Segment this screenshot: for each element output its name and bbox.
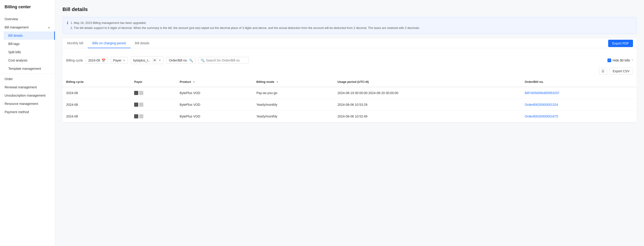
cell-usage-period: 2024-08-06 10:52:49 (334, 111, 521, 122)
tab-bill-details[interactable]: Bill details (130, 38, 154, 48)
payer-dropdown-icon: ▼ (159, 59, 161, 62)
payer-select[interactable]: Payer ▼ (111, 57, 128, 64)
col-order-bill-no: Order/Bill no. (521, 77, 637, 87)
cell-product: BytePlus VOD (176, 87, 253, 99)
cell-order-bill-no[interactable]: Bill74050090485953337 (521, 87, 637, 99)
cell-product: BytePlus VOD (176, 99, 253, 111)
cell-order-bill-no[interactable]: Order80020000001675 (521, 111, 637, 122)
col-usage-period: Usage period (UTC+8) (334, 77, 521, 87)
chevron-down-icon: ▼ (123, 59, 126, 62)
chevron-up-icon: ▲ (48, 26, 50, 29)
sidebar-item-bill-tags[interactable]: Bill tags (4, 40, 55, 48)
order-bill-link[interactable]: Order80020000001675 (525, 115, 558, 118)
sidebar-divider (0, 74, 55, 74)
tab-bills-on-charging-period[interactable]: Bills on charging period (88, 38, 130, 48)
avatar-light (139, 114, 143, 118)
filter-row: Billing cycle 2024-08 📅 Payer ▼ byteplus… (62, 53, 637, 68)
sidebar-sub-bill-management: Bill details Bill tags Split bills Cost … (0, 31, 55, 73)
billing-cycle-label: Billing cycle (66, 58, 83, 62)
payer-tag-value: byteplus_t... (133, 58, 151, 62)
table-row: 2024-08BytePlus VODPay-as-you-go2024-08-… (62, 87, 637, 99)
info-text: 1. May 18, 2023 Billing management has b… (70, 20, 420, 30)
cell-billing-mode: Yearly/monthly (253, 111, 334, 122)
sidebar-item-overview[interactable]: Overview (0, 15, 55, 23)
help-icon[interactable]: ? (631, 59, 633, 62)
col-billing-mode: Billing mode ▼ (253, 77, 334, 87)
avatar-dark (134, 91, 138, 95)
avatar-light (139, 91, 143, 95)
sidebar-group-bill-management[interactable]: Bill management ▲ (0, 23, 55, 31)
order-bill-link[interactable]: Order80020000001324 (525, 103, 558, 106)
cell-order-bill-no[interactable]: Order80020000001324 (521, 99, 637, 111)
sidebar-item-resource-management[interactable]: Resource management (0, 100, 55, 108)
page-title: Bill details (62, 6, 637, 12)
payer-avatars (134, 114, 172, 118)
billing-cycle-value: 2024-08 (88, 58, 100, 62)
order-bill-select[interactable]: Order/Bill no. 🔍 (166, 57, 196, 64)
cell-payer (130, 99, 176, 111)
col-billing-cycle: Billing cycle (62, 77, 130, 87)
table-container: Billing cycle Payer Product ▼ Billing mo… (62, 77, 637, 122)
search-box[interactable]: 🔍 (198, 57, 249, 64)
columns-icon: ☰ (602, 69, 604, 73)
cell-product: BytePlus VOD (176, 111, 253, 122)
tabs-row: Monthly bill Bills on charging period Bi… (62, 38, 637, 48)
tab-monthly-bill[interactable]: Monthly bill (62, 38, 88, 48)
export-pdf-button[interactable]: Export PDF (608, 40, 633, 47)
table-header-row: Billing cycle Payer Product ▼ Billing mo… (62, 77, 637, 87)
payer-avatars (134, 103, 172, 107)
columns-button[interactable]: ☰ (599, 68, 607, 75)
payer-tag-close[interactable]: ✕ (152, 58, 157, 62)
col-product-label: Product (180, 80, 191, 83)
cell-payer (130, 111, 176, 122)
col-billing-mode-label: Billing mode (256, 80, 274, 83)
info-banner: ℹ 1. May 18, 2023 Billing management has… (62, 17, 637, 34)
order-bill-link[interactable]: Bill74050090485953337 (525, 91, 560, 95)
sidebar-item-unsubscription-management[interactable]: Unsubscription management (0, 91, 55, 100)
info-icon: ℹ (67, 21, 68, 30)
product-filter-icon[interactable]: ▼ (193, 81, 195, 83)
tabs: Monthly bill Bills on charging period Bi… (62, 38, 154, 48)
search-input[interactable] (206, 58, 246, 62)
cell-billing-mode: Yearly/monthly (253, 99, 334, 111)
hide-zero-label: Hide $0 bills (612, 58, 630, 62)
main-content: Bill details ℹ 1. May 18, 2023 Billing m… (55, 0, 644, 246)
cell-billing-cycle: 2024-08 (62, 87, 130, 99)
avatar-dark (134, 114, 138, 118)
sidebar-item-payment-method[interactable]: Payment method (0, 108, 55, 116)
sidebar-item-cost-analysis[interactable]: Cost analysis (4, 56, 55, 64)
bill-management-label: Bill management (4, 25, 28, 29)
sidebar-item-split-bills[interactable]: Split bills (4, 48, 55, 56)
info-line2: 2. The bill details support to 6 digits … (70, 25, 420, 30)
cell-payer (130, 87, 176, 99)
sidebar-item-renewal-management[interactable]: Renewal management (0, 83, 55, 91)
hide-zero-checkbox[interactable]: ✓ (608, 58, 611, 62)
search-icon-inner: 🔍 (201, 58, 205, 62)
sidebar-item-bill-details[interactable]: Bill details (4, 31, 55, 40)
billing-cycle-input[interactable]: 2024-08 📅 (86, 57, 108, 64)
hide-zero-container: ✓ Hide $0 bills ? (608, 58, 633, 62)
sidebar-item-template-management[interactable]: Template management (4, 64, 55, 73)
col-product: Product ▼ (176, 77, 253, 87)
table-head: Billing cycle Payer Product ▼ Billing mo… (62, 77, 637, 87)
col-payer: Payer (130, 77, 176, 87)
sidebar-item-order[interactable]: Order (0, 75, 55, 83)
payer-avatars (134, 91, 172, 95)
table-row: 2024-08BytePlus VODYearly/monthly2024-08… (62, 99, 637, 111)
table-row: 2024-08BytePlus VODYearly/monthly2024-08… (62, 111, 637, 122)
search-icon: 🔍 (189, 58, 193, 62)
cell-billing-cycle: 2024-08 (62, 99, 130, 111)
cell-billing-mode: Pay-as-you-go (253, 87, 334, 99)
calendar-icon: 📅 (102, 58, 106, 62)
avatar-dark (134, 103, 138, 107)
sidebar-title: Billing center (0, 4, 55, 15)
info-line1: 1. May 18, 2023 Billing management has b… (70, 20, 420, 25)
billing-mode-filter-icon[interactable]: ▼ (276, 81, 278, 83)
export-csv-button[interactable]: Export CSV (609, 68, 633, 75)
table-actions: ☰ Export CSV (62, 68, 637, 77)
payer-tag-select[interactable]: byteplus_t... ✕ ▼ (131, 56, 164, 64)
order-bill-label: Order/Bill no. (169, 58, 188, 62)
bills-table: Billing cycle Payer Product ▼ Billing mo… (62, 77, 637, 122)
cell-usage-period: 2024-08-19 00:00:00-2024-08-20 00:00:00 (334, 87, 521, 99)
cell-billing-cycle: 2024-08 (62, 111, 130, 122)
